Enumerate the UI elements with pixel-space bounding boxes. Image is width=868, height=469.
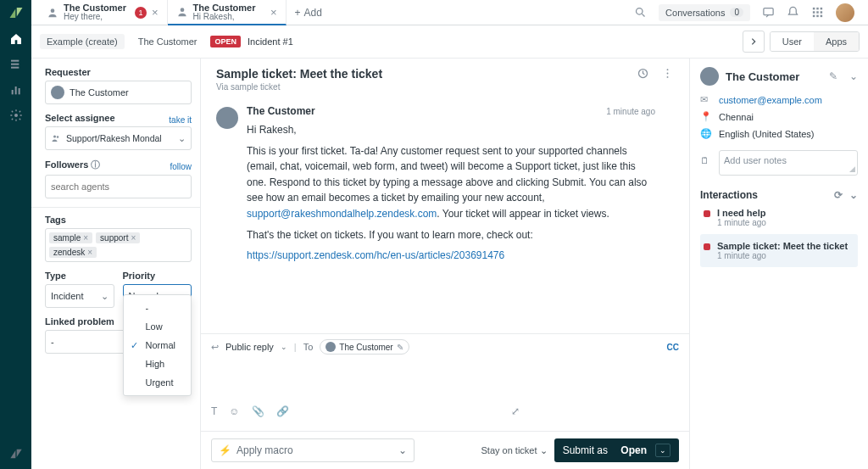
remove-tag-icon[interactable]: ×: [83, 233, 88, 243]
group-icon: [51, 133, 61, 143]
apply-macro-select[interactable]: ⚡ Apply macro ⌄: [211, 438, 415, 462]
reply-arrow-icon: ↩: [211, 342, 219, 353]
user-icon: [47, 7, 58, 19]
reports-icon[interactable]: [9, 83, 23, 97]
chevron-down-icon[interactable]: ⌄: [849, 70, 858, 82]
type-select[interactable]: Incident ⌄: [45, 284, 114, 308]
interaction-item[interactable]: Sample ticket: Meet the ticket 1 minute …: [700, 234, 858, 267]
priority-option-normal[interactable]: Normal: [124, 336, 192, 355]
support-email-link[interactable]: support@rakeshmondalhelp.zendesk.com: [247, 208, 437, 220]
svg-point-21: [57, 136, 59, 138]
submit-button[interactable]: Submit as Open ⌄: [554, 438, 679, 462]
avatar-icon: [216, 107, 238, 129]
message-time: 1 minute ago: [606, 107, 655, 116]
tabs-bar: The Customer Hey there, 1 × The Customer…: [31, 0, 868, 25]
svg-rect-17: [813, 15, 815, 18]
svg-rect-5: [18, 88, 19, 94]
ticket-title: Sample ticket: Meet the ticket: [216, 67, 382, 81]
reply-composer: ↩ Public reply ⌄ | To The Customer ✎ CC: [201, 333, 689, 469]
macro-placeholder: Apply macro: [236, 444, 293, 456]
followers-input[interactable]: [51, 181, 186, 192]
bell-icon[interactable]: [787, 6, 799, 19]
assignee-field[interactable]: Support/Rakesh Mondal ⌄: [45, 126, 192, 150]
globe-icon: 🌐: [700, 128, 712, 139]
reply-textarea[interactable]: [201, 360, 689, 392]
svg-rect-14: [813, 11, 815, 14]
seg-apps[interactable]: Apps: [814, 32, 859, 51]
priority-option-blank[interactable]: -: [124, 299, 192, 317]
customer-name: The Customer: [726, 70, 799, 83]
pencil-icon[interactable]: ✎: [829, 70, 837, 82]
profile-avatar[interactable]: [836, 3, 854, 22]
events-icon[interactable]: [637, 67, 649, 80]
svg-point-8: [180, 8, 184, 12]
chevron-down-icon[interactable]: ⌄: [655, 444, 670, 457]
requester-field[interactable]: The Customer: [45, 81, 192, 104]
customer-email[interactable]: customer@example.com: [719, 95, 822, 105]
tag-sample[interactable]: sample×: [49, 232, 92, 243]
zendesk-z-icon[interactable]: [9, 447, 23, 461]
link-icon[interactable]: 🔗: [276, 405, 289, 417]
avatar-icon: [700, 67, 719, 86]
zendesk-logo-icon: [8, 5, 24, 20]
conversations-button[interactable]: Conversations 0: [659, 4, 750, 21]
text-format-icon[interactable]: T: [211, 405, 217, 417]
plus-icon: +: [295, 7, 301, 19]
reply-to-pill[interactable]: The Customer ✎: [320, 339, 409, 355]
context-panel: The Customer ✎ ⌄ ✉customer@example.com 📍…: [690, 59, 868, 469]
take-it-link[interactable]: take it: [169, 115, 192, 125]
cc-button[interactable]: CC: [667, 343, 679, 352]
admin-icon[interactable]: [9, 109, 23, 122]
breadcrumb-customer[interactable]: The Customer: [131, 34, 204, 49]
nav-rail: [0, 0, 31, 469]
interaction-time: 1 minute ago: [717, 251, 848, 260]
assignee-label: Select assignee: [45, 113, 115, 123]
next-ticket-button[interactable]: [743, 31, 765, 53]
seg-user[interactable]: User: [771, 32, 814, 51]
search-icon[interactable]: [634, 6, 647, 19]
stay-on-ticket[interactable]: Stay on ticket ⌄: [481, 445, 548, 456]
attach-icon[interactable]: 📎: [252, 405, 264, 417]
tags-label: Tags: [45, 215, 192, 225]
chevron-down-icon: ⌄: [101, 291, 108, 302]
remove-tag-icon[interactable]: ×: [87, 248, 92, 257]
more-icon[interactable]: [661, 67, 674, 80]
chevron-down-icon[interactable]: ⌄: [281, 343, 287, 351]
reply-mode[interactable]: Public reply: [225, 342, 274, 352]
tag-zendesk[interactable]: zendesk×: [49, 247, 97, 258]
priority-label: Priority: [123, 271, 192, 281]
tab-2[interactable]: The Customer Hi Rakesh, ×: [168, 0, 287, 25]
tag-support[interactable]: support×: [96, 232, 140, 243]
resize-handle-icon[interactable]: ◢: [849, 165, 855, 173]
views-icon[interactable]: [9, 58, 23, 71]
follow-link[interactable]: follow: [170, 162, 192, 171]
breadcrumb-bar: Example (create) The Customer OPEN Incid…: [31, 25, 868, 59]
add-tab-button[interactable]: + Add: [287, 7, 331, 19]
requester-label: Requester: [45, 67, 192, 77]
expand-icon[interactable]: ⤢: [501, 397, 679, 426]
apps-grid-icon[interactable]: [811, 6, 824, 19]
customer-language: English (United States): [719, 129, 815, 139]
refresh-icon[interactable]: ⟳: [834, 189, 843, 201]
user-notes-input[interactable]: Add user notes ◢: [719, 150, 858, 176]
tab-title: The Customer: [193, 3, 256, 13]
close-icon[interactable]: ×: [270, 6, 277, 19]
svg-rect-16: [821, 11, 823, 14]
followers-field[interactable]: [45, 175, 192, 198]
priority-option-high[interactable]: High: [124, 355, 192, 373]
chevron-down-icon[interactable]: ⌄: [849, 189, 858, 201]
breadcrumb-create[interactable]: Example (create): [40, 34, 125, 49]
priority-option-urgent[interactable]: Urgent: [124, 373, 192, 392]
home-icon[interactable]: [9, 32, 23, 46]
close-icon[interactable]: ×: [152, 6, 159, 19]
help-article-link[interactable]: https://support.zendesk.com/hc/en-us/art…: [247, 249, 504, 261]
interaction-item[interactable]: I need help 1 minute ago: [700, 201, 858, 234]
tab-1[interactable]: The Customer Hey there, 1 ×: [38, 0, 168, 25]
tags-field[interactable]: sample× support× zendesk×: [45, 228, 192, 262]
emoji-icon[interactable]: ☺: [229, 405, 239, 417]
priority-option-low[interactable]: Low: [124, 317, 192, 336]
svg-point-25: [667, 76, 669, 78]
pencil-icon[interactable]: ✎: [397, 343, 403, 352]
remove-tag-icon[interactable]: ×: [131, 233, 136, 243]
chat-icon[interactable]: [762, 6, 775, 19]
